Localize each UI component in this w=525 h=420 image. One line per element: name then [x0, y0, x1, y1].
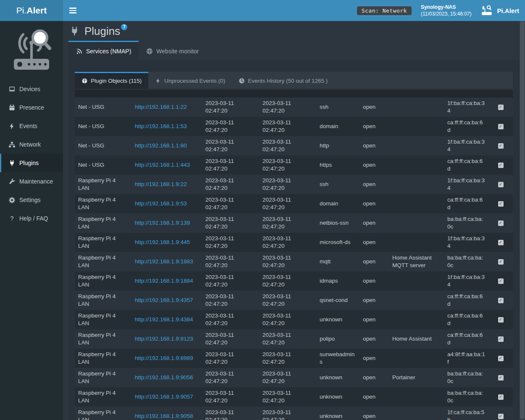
globe-icon: [146, 48, 153, 55]
created-cell: 2023-03-11 02:47:20: [202, 387, 259, 407]
table-row-raspberry-pi-4-lan: Raspberry Pi 4 LAN http://192.168.1.9:44…: [75, 233, 513, 252]
extra-cell: Home Assistant: [389, 329, 444, 349]
subtab-events-history-50-out-of-1265[interactable]: Events History (50 out of 1265 ): [232, 72, 334, 89]
status-checkbox[interactable]: ✓: [498, 182, 504, 187]
extra-cell: [389, 291, 444, 310]
mac-cell: 1f:ba:ff:ca:ba:34: [444, 175, 488, 194]
status-checkbox[interactable]: ✓: [498, 163, 504, 168]
ip-port-link[interactable]: http://192.168.1.9:1884: [135, 278, 193, 284]
sidebar-item-devices[interactable]: Devices: [0, 80, 63, 98]
service-cell: qsnet-cond: [316, 291, 360, 310]
ip-port-link[interactable]: http://192.168.1.9:22: [135, 181, 187, 187]
status-checkbox[interactable]: ✓: [498, 336, 504, 342]
sidebar-item-plugins[interactable]: Plugins: [0, 154, 63, 172]
brand-logo[interactable]: Pi.Alert: [0, 0, 63, 21]
ip-port-link[interactable]: http://192.168.1.1:53: [135, 123, 187, 129]
status-checkbox[interactable]: ✓: [498, 317, 504, 323]
sidebar-item-network[interactable]: Network: [0, 135, 63, 154]
status-checkbox[interactable]: ✓: [498, 124, 504, 129]
subtab-unprocessed-events-0[interactable]: Unprocessed Events (0): [148, 72, 232, 89]
sitemap-icon: [8, 141, 16, 148]
created-cell: 2023-03-11 02:47:20: [202, 368, 259, 387]
navbar-app-brand-label: Pi.Alert: [497, 7, 519, 14]
ip-port-link[interactable]: http://192.168.1.9:9057: [135, 394, 193, 400]
status-checkbox[interactable]: ✓: [498, 143, 504, 149]
sidebar-item-settings[interactable]: Settings: [0, 191, 63, 209]
status-checkbox[interactable]: ✓: [498, 201, 504, 207]
changed-cell: 2023-03-11 02:47:20: [259, 387, 316, 407]
tab-website-monitor[interactable]: Website monitor: [139, 41, 206, 60]
ip-port-link[interactable]: http://192.168.1.9:9058: [135, 413, 193, 419]
status-cell: ✓: [488, 213, 513, 233]
column-header-changed[interactable]: [259, 90, 316, 97]
column-header-ip-and-port[interactable]: [131, 90, 202, 97]
status-cell: ✓: [488, 368, 513, 387]
status-cell: ✓: [488, 387, 513, 407]
ip-port-link[interactable]: http://192.168.1.1:22: [135, 104, 187, 110]
state-cell: open: [360, 407, 389, 420]
mac-cell: ca:ff:ff:ca:ba:6d: [444, 291, 488, 310]
ip-port-link[interactable]: http://192.168.1.9:139: [135, 220, 190, 226]
status-checkbox[interactable]: ✓: [498, 394, 504, 400]
status-checkbox[interactable]: ✓: [498, 278, 504, 284]
bolt-icon: [8, 123, 16, 130]
state-cell: open: [360, 349, 389, 368]
ip-port-link[interactable]: http://192.168.1.1:80: [135, 142, 187, 149]
mac-cell: 1f:ba:ff:ca:ba:34: [444, 97, 488, 117]
navbar-app-brand[interactable]: Pi.Alert: [480, 5, 519, 16]
column-header-state[interactable]: [360, 90, 389, 97]
ip-port-link[interactable]: http://192.168.1.9:9056: [135, 374, 193, 381]
column-header-status[interactable]: [488, 90, 513, 97]
column-header-mac[interactable]: [444, 90, 488, 97]
extra-cell: [389, 233, 444, 252]
column-header-extra[interactable]: [389, 90, 444, 97]
sidebar-item-maintenance[interactable]: Maintenance: [0, 172, 63, 191]
sidebar-item-presence[interactable]: Presence: [0, 98, 63, 117]
ip-port-link[interactable]: http://192.168.1.9:4357: [135, 297, 193, 303]
status-cell: ✓: [488, 349, 513, 368]
ip-port-cell: http://192.168.1.9:53: [131, 194, 202, 213]
ip-port-link[interactable]: http://192.168.1.9:1883: [135, 258, 193, 265]
column-header-service[interactable]: [316, 90, 360, 97]
ip-port-link[interactable]: http://192.168.1.9:8989: [135, 355, 193, 361]
status-checkbox[interactable]: ✓: [498, 298, 504, 303]
changed-cell: 2023-03-11 02:47:20: [259, 310, 316, 329]
status-checkbox[interactable]: ✓: [498, 220, 504, 226]
subtab-plugin-objects-115[interactable]: Plugin Objects (115): [75, 72, 148, 89]
service-cell: ssh: [316, 175, 360, 194]
status-checkbox[interactable]: ✓: [498, 240, 504, 245]
column-header-device-name[interactable]: [75, 90, 131, 97]
device-name-cell: Net - USG: [75, 136, 131, 155]
column-header-created[interactable]: [202, 90, 259, 97]
status-checkbox[interactable]: ✓: [498, 105, 504, 110]
subtab-label: Events History (50 out of 1265 ): [248, 78, 328, 84]
tab-services-nmap[interactable]: Services (NMAP): [68, 41, 139, 60]
ip-port-link[interactable]: http://192.168.1.9:4384: [135, 316, 193, 323]
device-name-cell: Raspberry Pi 4 LAN: [75, 213, 131, 233]
changed-cell: 2023-03-11 02:47:20: [259, 117, 316, 136]
status-checkbox[interactable]: ✓: [498, 259, 504, 265]
ip-port-cell: http://192.168.1.9:8123: [131, 329, 202, 349]
ip-port-link[interactable]: http://192.168.1.9:53: [135, 200, 187, 207]
device-name-cell: Raspberry Pi 4 LAN: [75, 310, 131, 329]
host-name: Synology-NAS: [421, 4, 472, 10]
sidebar-item-label: Network: [19, 141, 41, 148]
help-badge[interactable]: ?: [121, 24, 127, 30]
wrench-icon: [8, 178, 16, 185]
status-checkbox[interactable]: ✓: [498, 375, 504, 381]
ip-port-link[interactable]: http://192.168.1.1:443: [135, 162, 190, 168]
sidebar-item-events[interactable]: Events: [0, 117, 63, 135]
extra-cell: [389, 97, 444, 117]
extra-cell: [389, 387, 444, 407]
service-cell: unknown: [316, 387, 360, 407]
state-cell: open: [360, 252, 389, 271]
scrollbar-thumb[interactable]: [520, 21, 525, 419]
ip-port-link[interactable]: http://192.168.1.9:8123: [135, 336, 193, 342]
hamburger-icon[interactable]: [63, 0, 83, 21]
sidebar-item-help-faq[interactable]: ? Help / FAQ: [0, 209, 63, 228]
state-cell: open: [360, 291, 389, 310]
ip-port-link[interactable]: http://192.168.1.9:445: [135, 239, 190, 245]
status-checkbox[interactable]: ✓: [498, 414, 504, 419]
status-checkbox[interactable]: ✓: [498, 356, 504, 361]
bolt-icon: [155, 78, 161, 84]
